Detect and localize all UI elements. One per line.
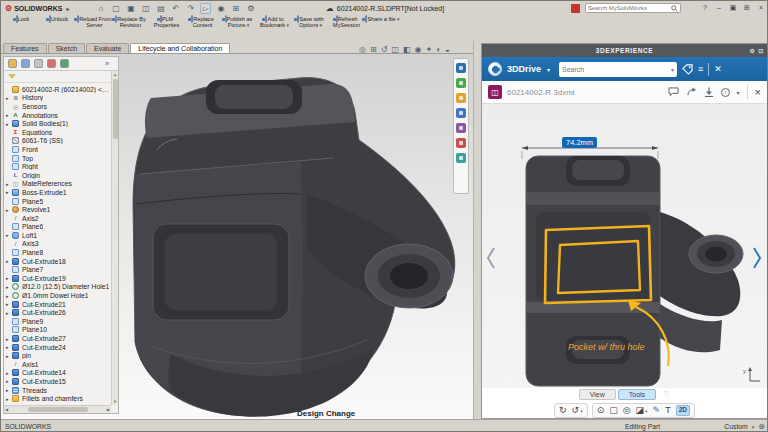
quick-access-button[interactable]: ⌂ [95,3,106,14]
scroll-left-icon[interactable]: ◀ [5,407,8,412]
task-pane-tab-icon[interactable] [456,78,466,88]
feature-tree-item[interactable]: Right [4,162,111,171]
feature-tree-item[interactable]: Cut-Extrude27 [4,334,111,343]
panel-pin-icon[interactable]: ⊡ [758,47,764,54]
feature-manager-tab[interactable] [60,59,69,68]
feature-tree-item[interactable]: Axis2 [4,214,111,223]
feature-tree-item[interactable]: Ø12.0 (12.5) Diameter Hole1 [4,283,111,292]
comment-icon[interactable] [668,87,679,97]
view-tool-button[interactable]: ↻ [559,406,567,415]
command-button[interactable]: Add to Bookmark [257,16,292,28]
feature-tree-item[interactable]: Cut-Extrude21 [4,300,111,309]
feature-tree-root[interactable]: 60214002-R (60214002) <Display St [4,85,111,94]
feature-manager-tab[interactable] [21,59,30,68]
task-pane-tab-icon[interactable] [456,93,466,103]
favorite-heart-icon[interactable]: ♡ [663,390,670,399]
feature-tree-item[interactable]: Plane7 [4,265,111,274]
dimension-badge[interactable]: 74.2mm [562,137,597,148]
headsup-icon[interactable]: ◐ [436,45,441,54]
quick-access-button[interactable]: ▣ [125,3,136,14]
next-item-chevron[interactable] [752,246,762,270]
feature-tree-item[interactable]: Axis3 [4,240,111,249]
feature-tree-item[interactable]: Top [4,154,111,163]
headsup-icon[interactable]: ◎ [359,45,366,54]
tree-horizontal-scrollbar[interactable]: ◀ ▶ [4,405,111,413]
task-pane-tab-icon[interactable] [456,108,466,118]
command-tab[interactable]: Sketch [48,43,85,53]
feature-tree-item[interactable]: Fillets and chamfers [4,394,111,403]
preview-canvas[interactable]: 74.2mm Pocket w/ thru hole y [482,104,767,388]
feature-tree-item[interactable]: Plane10 [4,326,111,335]
feature-tree-item[interactable]: Loft1 [4,231,111,240]
panel-tab[interactable]: Tools [618,389,656,400]
command-button[interactable]: Save with Options [293,16,328,28]
view-tool-button[interactable]: ↺ [572,406,583,415]
scroll-up-icon[interactable]: ▲ [112,72,118,77]
doc-close-icon[interactable]: × [755,86,761,98]
command-button[interactable]: Lock [5,16,40,22]
task-pane-tab-icon[interactable] [456,63,466,73]
app-selector[interactable]: 3DDrive [507,64,541,74]
mysolidworks-icon[interactable] [571,4,580,13]
quick-access-button[interactable]: ▢ [110,3,121,14]
search-input[interactable] [588,5,669,11]
feature-tree-item[interactable]: Solid Bodies(1) [4,119,111,128]
share-icon[interactable] [686,87,697,97]
units-chevron-icon[interactable]: ▾ [752,424,755,430]
tree-filter-row[interactable] [4,71,118,83]
previous-item-chevron[interactable] [486,246,496,270]
headsup-icon[interactable]: ✦ [426,45,433,54]
feature-tree-item[interactable]: History [4,94,111,103]
markup-tool-button[interactable]: ◪ [636,406,648,415]
window-control-button[interactable] [686,4,696,12]
task-pane-tab-icon[interactable] [456,153,466,163]
units-selector[interactable]: Custom [724,423,747,430]
feature-tree-item[interactable]: Cut-Extrude15 [4,377,111,386]
panel-settings-gear-icon[interactable]: ⚙ [749,47,755,54]
feature-tree-item[interactable]: Annotations [4,111,111,120]
command-button[interactable]: Share a file [365,16,400,22]
search-box[interactable] [585,3,681,13]
feature-tree-item[interactable]: Plane6 [4,223,111,232]
feature-tree-item[interactable]: Equations [4,128,111,137]
headsup-icon[interactable]: ◧ [403,45,411,54]
command-button[interactable]: Replace By Revision [113,16,148,28]
feature-tree-item[interactable]: Origin [4,171,111,180]
quick-access-button[interactable]: ◉ [215,3,226,14]
headsup-icon[interactable]: ◉ [415,45,422,54]
feature-tree-item[interactable]: Front [4,145,111,154]
markup-tool-button[interactable]: ◎ [623,406,631,415]
brand-menu-arrow-icon[interactable]: ▸ [66,5,69,12]
quick-access-button[interactable]: ▻ [200,3,211,14]
feature-tree-item[interactable]: MateReferences [4,180,111,189]
quick-access-button[interactable]: ◫ [140,3,151,14]
quick-access-button[interactable]: ↷ [185,3,196,14]
menu-hamburger-icon[interactable]: ≡ [698,64,703,74]
feature-tree-item[interactable]: Cut-Extrude14 [4,369,111,378]
feature-tree-item[interactable]: 6061-T6 (SS) [4,137,111,146]
headsup-icon[interactable]: ↺ [381,45,388,54]
more-tabs-icon[interactable]: » [105,60,109,67]
feature-manager-tab[interactable] [47,59,56,68]
feature-tree-item[interactable]: Cut-Extrude19 [4,274,111,283]
quick-access-button[interactable]: ↶ [170,3,181,14]
markup-tool-button[interactable]: ✎ [653,406,661,415]
globe-icon[interactable]: ⊕ [758,422,765,431]
doc-chevron-down-icon[interactable]: ▾ [737,89,740,96]
headsup-icon[interactable]: ◒ [445,45,450,54]
feature-tree-item[interactable]: Boss-Extrude1 [4,188,111,197]
download-icon[interactable] [704,87,714,97]
feature-tree-item[interactable]: Sensors [4,102,111,111]
panel-splitter[interactable] [473,41,481,419]
quick-access-button[interactable]: ⚙ [245,3,256,14]
markup-tool-button[interactable]: ▢ [609,406,618,415]
task-pane-tab-icon[interactable] [456,138,466,148]
task-pane-tab-icon[interactable] [456,123,466,133]
search-scope-chevron-icon[interactable]: ▾ [671,66,674,73]
window-control-button[interactable]: ⊞ [742,4,752,12]
scroll-down-icon[interactable]: ▼ [112,399,118,404]
tree-vertical-scrollbar[interactable]: ▲ ▼ [111,71,118,405]
feature-tree-item[interactable]: Plane8 [4,248,111,257]
feature-tree-item[interactable]: Threads [4,386,111,395]
feature-tree-item[interactable]: Plane9 [4,317,111,326]
